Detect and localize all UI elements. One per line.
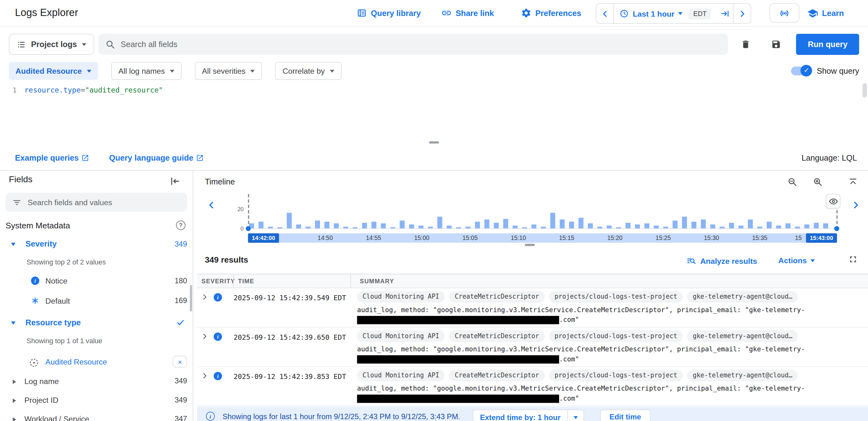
log-time: 2025-09-12 15:42:39.549 EDT xyxy=(234,293,346,302)
save-query-button[interactable] xyxy=(771,39,781,49)
chevron-down-icon xyxy=(573,416,578,419)
fullscreen-button[interactable] xyxy=(848,254,858,264)
collapse-timeline-button[interactable] xyxy=(848,177,858,187)
show-query-toggle[interactable]: ✓ xyxy=(791,66,811,75)
jump-to-now-button[interactable] xyxy=(717,4,733,23)
help-icon[interactable]: ? xyxy=(176,221,186,230)
actions-button[interactable]: Actions xyxy=(778,256,815,265)
summary-chip[interactable]: projects/cloud-logs-test-project xyxy=(549,291,683,302)
preferences-button[interactable]: Preferences xyxy=(521,0,581,26)
expand-row-chevron-icon[interactable] xyxy=(200,332,209,341)
fields-scrollbar[interactable] xyxy=(190,285,192,311)
summary-chip[interactable]: Cloud Monitoring API xyxy=(357,330,445,342)
chevron-down-icon xyxy=(678,12,683,15)
filter-icon xyxy=(12,198,22,207)
summary-chip[interactable]: CreateMetricDescriptor xyxy=(450,330,545,342)
query-editor[interactable]: 1 resource.type="audited_resource" xyxy=(0,82,868,144)
selection-start-handle[interactable] xyxy=(246,226,251,231)
expand-row-chevron-icon[interactable] xyxy=(200,293,209,302)
project-logs-icon xyxy=(17,39,26,49)
summary-chip[interactable]: projects/cloud-logs-test-project xyxy=(549,330,683,342)
log-row[interactable]: i2025-09-12 15:42:39.549 EDTCloud Monito… xyxy=(197,288,868,328)
time-forward-button[interactable] xyxy=(733,4,751,23)
field-workload-service[interactable]: Workload / Service 347 xyxy=(0,414,193,421)
severities-label: All severities xyxy=(202,66,246,75)
fields-search-input[interactable] xyxy=(28,198,181,207)
clear-query-button[interactable] xyxy=(741,39,751,49)
run-query-button[interactable]: Run query xyxy=(796,34,859,55)
query-library-button[interactable]: Query library xyxy=(356,0,421,26)
extend-time-button[interactable]: Extend time by: 1 hour xyxy=(473,410,584,421)
timeline-histogram[interactable] xyxy=(248,195,837,229)
log-row[interactable]: i2025-09-12 15:42:39.853 EDTCloud Monito… xyxy=(197,367,868,406)
field-project-id[interactable]: Project ID 349 xyxy=(0,395,193,406)
example-queries-link[interactable]: Example queries xyxy=(15,153,89,162)
editor-resize-handle[interactable] xyxy=(429,141,439,143)
audited-resource-value[interactable]: Audited Resource × xyxy=(0,357,193,368)
field-log-name[interactable]: Log name 349 xyxy=(0,376,193,387)
log-names-filter[interactable]: All log names xyxy=(111,62,181,80)
summary-chip[interactable]: gke-telemetry-agent@cloud… xyxy=(687,291,798,302)
timeline-end-label[interactable]: 15:43:00 xyxy=(806,233,837,243)
summary-chip[interactable]: gke-telemetry-agent@cloud… xyxy=(687,369,798,381)
histogram-bar xyxy=(531,224,536,228)
preview-toggle-button[interactable] xyxy=(826,194,840,208)
editor-scrollbar[interactable] xyxy=(862,83,867,97)
column-divider[interactable] xyxy=(350,274,351,287)
logs-explorer-app: Logs Explorer Query library Share link P… xyxy=(0,0,868,421)
save-icon xyxy=(771,39,781,49)
external-link-icon xyxy=(82,154,89,162)
resource-type-showing-note: Showing top 1 of 1 value xyxy=(27,337,102,345)
zoom-out-button[interactable] xyxy=(787,177,797,187)
log-scope-button[interactable]: Project logs xyxy=(9,34,94,55)
timeline-pan-right-button[interactable] xyxy=(850,199,861,210)
timeline-resize-handle[interactable] xyxy=(525,244,535,246)
share-link-button[interactable]: Share link xyxy=(441,0,494,26)
stream-logs-button[interactable] xyxy=(770,3,799,23)
column-divider[interactable] xyxy=(233,274,234,287)
histogram-bar xyxy=(362,222,367,228)
summary-chip[interactable]: Cloud Monitoring API xyxy=(357,291,445,302)
fields-search[interactable] xyxy=(6,193,187,212)
summary-chip[interactable]: CreateMetricDescriptor xyxy=(450,291,545,302)
severities-filter[interactable]: All severities xyxy=(195,62,262,80)
log-names-label: All log names xyxy=(119,66,165,75)
summary-chip[interactable]: CreateMetricDescriptor xyxy=(450,369,545,381)
collapse-panel-button[interactable] xyxy=(169,176,181,187)
log-time: 2025-09-12 15:42:39.853 EDT xyxy=(234,372,346,381)
time-back-button[interactable] xyxy=(596,4,614,23)
search-all-fields[interactable] xyxy=(98,34,728,55)
summary-chip[interactable]: projects/cloud-logs-test-project xyxy=(549,369,683,381)
log-row[interactable]: i2025-09-12 15:42:39.650 EDTCloud Monito… xyxy=(197,328,868,367)
severity-value-default[interactable]: Default 169 xyxy=(0,296,193,307)
learn-button[interactable]: Learn xyxy=(807,0,844,26)
histogram-bar xyxy=(607,226,612,228)
analyze-results-button[interactable]: Analyze results xyxy=(687,256,757,266)
code-key: resource.type xyxy=(25,86,81,94)
expand-row-chevron-icon[interactable] xyxy=(200,371,209,380)
resource-type-field-header[interactable]: Resource type xyxy=(0,318,193,329)
histogram-bar xyxy=(804,224,809,228)
extend-time-dropdown[interactable] xyxy=(567,410,583,421)
timeline-start-label[interactable]: 14:42:00 xyxy=(248,233,279,243)
timeline-band[interactable]: 14:42:00 15:43:00 14:5014:5515:0015:0515… xyxy=(248,233,837,243)
correlate-filter[interactable]: Correlate by xyxy=(275,62,342,80)
timeline-tick-label: 15:05 xyxy=(463,233,478,243)
query-language-guide-link[interactable]: Query language guide xyxy=(109,153,204,162)
edit-time-button[interactable]: Edit time xyxy=(600,410,651,421)
histogram-bar xyxy=(475,222,480,228)
selection-end-handle[interactable] xyxy=(834,226,839,231)
chevron-right-icon xyxy=(737,8,747,19)
severity-field-header[interactable]: Severity 349 xyxy=(0,240,193,250)
search-all-fields-input[interactable] xyxy=(121,40,721,49)
summary-chip[interactable]: gke-telemetry-agent@cloud… xyxy=(687,330,798,342)
time-range-button[interactable]: Last 1 hour EDT xyxy=(614,8,717,19)
remove-filter-button[interactable]: × xyxy=(173,356,187,367)
histogram-bar xyxy=(579,218,584,228)
zoom-in-button[interactable] xyxy=(812,177,823,187)
timeline-bars xyxy=(249,195,837,228)
resource-filter-chip[interactable]: Audited Resource xyxy=(9,62,98,80)
severity-value-notice[interactable]: i Notice 180 xyxy=(0,276,193,287)
timeline-pan-left-button[interactable] xyxy=(206,199,217,210)
summary-chip[interactable]: Cloud Monitoring API xyxy=(357,369,445,381)
